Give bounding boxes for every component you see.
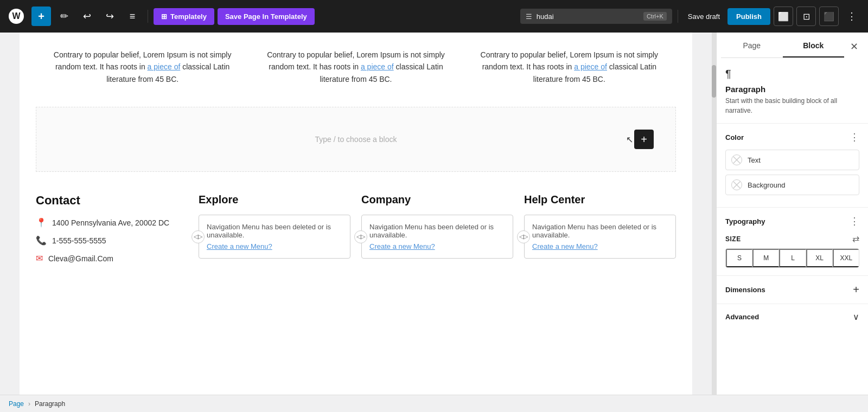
text-column-1[interactable]: Contrary to popular belief, Lorem Ipsum … bbox=[36, 43, 249, 91]
edit-button[interactable]: ✏ bbox=[54, 7, 74, 26]
empty-block-area[interactable]: Type / to choose a block + ↖ bbox=[36, 107, 676, 172]
size-xl-button[interactable]: XL bbox=[806, 249, 833, 267]
reset-size-button[interactable]: ⇄ bbox=[852, 234, 859, 244]
add-icon: + bbox=[38, 10, 44, 23]
help-center-nav-handle[interactable]: ◁▷ bbox=[517, 230, 530, 243]
size-options: S M L XL XXL bbox=[725, 248, 859, 268]
company-column: Company ◁▷ Navigation Menu has been dele… bbox=[361, 194, 513, 271]
close-sidebar-button[interactable]: ✕ bbox=[844, 37, 864, 56]
text-column-3[interactable]: Contrary to popular belief, Lorem Ipsum … bbox=[463, 43, 676, 91]
preview-button[interactable]: ⬜ bbox=[774, 7, 793, 26]
breadcrumb-separator: › bbox=[28, 400, 30, 408]
explore-title: Explore bbox=[199, 194, 350, 206]
right-sidebar: Page Block ✕ ¶ Paragraph Start with the … bbox=[716, 33, 868, 395]
text-color-option[interactable]: Text bbox=[725, 150, 859, 170]
reset-icon: ⇄ bbox=[852, 234, 859, 243]
size-m-button[interactable]: M bbox=[752, 249, 779, 267]
background-color-circle bbox=[731, 179, 742, 190]
explore-nav-handle[interactable]: ◁▷ bbox=[192, 230, 205, 243]
text-color-icon bbox=[732, 154, 742, 165]
add-dimensions-button[interactable]: + bbox=[853, 284, 859, 296]
save-templately-button[interactable]: Save Page In Templately bbox=[218, 8, 315, 25]
bottom-bar: Page › Paragraph bbox=[0, 395, 868, 412]
save-draft-label: Save draft bbox=[688, 12, 720, 21]
cursor-indicator: ↖ bbox=[626, 134, 633, 145]
explore-create-menu-link[interactable]: Create a new Menu? bbox=[207, 242, 342, 250]
help-center-create-menu-link[interactable]: Create a new Menu? bbox=[532, 242, 668, 250]
contact-address: 1400 Pennsylvania Ave, 20002 DC bbox=[52, 218, 169, 227]
main-area: Contrary to popular belief, Lorem Ipsum … bbox=[0, 33, 868, 395]
templately-button[interactable]: ⊞ Templately bbox=[154, 8, 214, 25]
color-menu-button[interactable]: ⋮ bbox=[850, 131, 859, 143]
explore-menu-deleted-text: Navigation Menu has been deleted or is u… bbox=[207, 223, 331, 239]
preview-icon: ⬜ bbox=[778, 11, 789, 22]
edit-icon: ✏ bbox=[60, 10, 68, 22]
phone-icon: 📞 bbox=[36, 235, 47, 246]
color-section-header: Color ⋮ bbox=[725, 131, 859, 143]
templately-label: Templately bbox=[170, 12, 207, 21]
search-input[interactable] bbox=[537, 12, 639, 21]
wp-logo[interactable]: W bbox=[7, 7, 26, 26]
advanced-header: Advanced ∨ bbox=[725, 312, 859, 322]
background-color-option[interactable]: Background bbox=[725, 175, 859, 195]
text-color-circle bbox=[731, 154, 742, 165]
email-icon: ✉ bbox=[36, 253, 43, 263]
tools-button[interactable]: ≡ bbox=[123, 7, 142, 26]
location-icon: 📍 bbox=[36, 217, 47, 228]
save-icon-button[interactable]: ⬛ bbox=[819, 7, 839, 26]
explore-nav-menu: ◁▷ Navigation Menu has been deleted or i… bbox=[199, 215, 350, 259]
add-block-inline-button[interactable]: + bbox=[634, 130, 654, 149]
company-nav-handle[interactable]: ◁▷ bbox=[354, 230, 367, 243]
size-xxl-button[interactable]: XXL bbox=[833, 249, 859, 267]
redo-button[interactable]: ↪ bbox=[100, 7, 119, 26]
settings-button[interactable]: ⊡ bbox=[796, 7, 816, 26]
save-templately-label: Save Page In Templately bbox=[225, 12, 307, 21]
search-bar: ☰ Ctrl+K bbox=[520, 9, 672, 24]
more-options-button[interactable]: ⋮ bbox=[842, 7, 861, 26]
text-link-1[interactable]: a piece of bbox=[148, 62, 181, 71]
text-link-3[interactable]: a piece of bbox=[574, 62, 607, 71]
tools-icon: ≡ bbox=[130, 11, 136, 22]
text-columns: Contrary to popular belief, Lorem Ipsum … bbox=[20, 33, 692, 101]
paragraph-icon: ¶ bbox=[725, 68, 859, 80]
toolbar-separator bbox=[148, 10, 148, 23]
size-l-button[interactable]: L bbox=[779, 249, 806, 267]
redo-icon: ↪ bbox=[106, 10, 114, 22]
add-block-inline-icon: + bbox=[641, 133, 647, 146]
tab-page[interactable]: Page bbox=[721, 35, 783, 57]
canvas-scrollbar[interactable] bbox=[712, 33, 716, 395]
typography-menu-button[interactable]: ⋮ bbox=[850, 215, 859, 227]
advanced-toggle-button[interactable]: ∨ bbox=[853, 312, 859, 322]
contact-column: Contact 📍 1400 Pennsylvania Ave, 20002 D… bbox=[36, 194, 188, 271]
contact-email: Cleva@Gmail.Com bbox=[48, 254, 113, 263]
typography-section: Typography ⋮ SIZE ⇄ S M L XL XXL bbox=[717, 208, 868, 276]
save-draft-button[interactable]: Save draft bbox=[684, 8, 724, 25]
size-s-button[interactable]: S bbox=[726, 249, 752, 267]
help-center-column: Help Center ◁▷ Navigation Menu has been … bbox=[524, 194, 676, 271]
block-title: Paragraph bbox=[725, 85, 859, 94]
undo-button[interactable]: ↩ bbox=[77, 7, 97, 26]
company-create-menu-link[interactable]: Create a new Menu? bbox=[369, 242, 505, 250]
templately-icon: ⊞ bbox=[161, 12, 167, 21]
canvas[interactable]: Contrary to popular belief, Lorem Ipsum … bbox=[0, 33, 712, 395]
advanced-title: Advanced bbox=[725, 313, 759, 321]
add-block-button[interactable]: + bbox=[31, 7, 51, 26]
contact-phone-item: 📞 1-555-555-5555 bbox=[36, 235, 188, 246]
search-icon: ☰ bbox=[526, 12, 532, 21]
text-link-2[interactable]: a piece of bbox=[361, 62, 394, 71]
canvas-inner: Contrary to popular belief, Lorem Ipsum … bbox=[20, 33, 692, 395]
publish-button[interactable]: Publish bbox=[727, 8, 770, 25]
publish-label: Publish bbox=[736, 12, 762, 21]
breadcrumb-page-link[interactable]: Page bbox=[9, 400, 24, 408]
canvas-scrollbar-thumb bbox=[712, 65, 716, 98]
footer-section: Contact 📍 1400 Pennsylvania Ave, 20002 D… bbox=[20, 177, 692, 282]
tab-block[interactable]: Block bbox=[783, 35, 845, 57]
close-icon: ✕ bbox=[850, 41, 858, 53]
add-dimensions-icon: + bbox=[853, 284, 859, 295]
block-info: ¶ Paragraph Start with the basic buildin… bbox=[717, 60, 868, 124]
sidebar-tabs: Page Block bbox=[721, 35, 844, 58]
chevron-down-icon: ∨ bbox=[853, 312, 859, 321]
breadcrumb-current: Paragraph bbox=[35, 400, 65, 408]
settings-icon: ⊡ bbox=[803, 11, 810, 22]
text-column-2[interactable]: Contrary to popular belief, Lorem Ipsum … bbox=[249, 43, 462, 91]
